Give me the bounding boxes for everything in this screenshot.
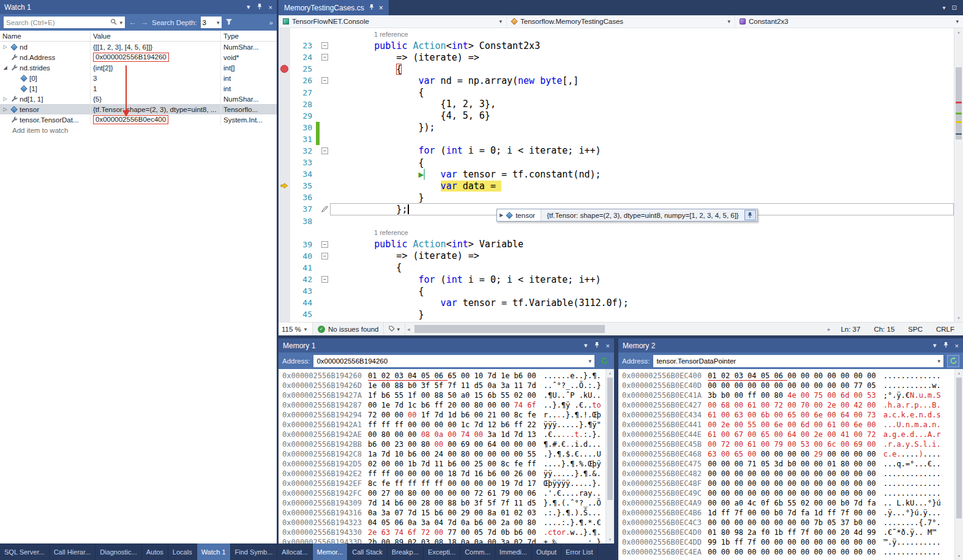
code-line[interactable]: 1 reference: [279, 28, 954, 40]
tool-tab-comm[interactable]: Comm...: [460, 543, 495, 560]
code-line[interactable]: 39−public Action<int> Variable: [279, 239, 954, 250]
class-dropdown[interactable]: Tensorflow.MemoryTestingCases ▾: [507, 15, 735, 28]
code-line[interactable]: 27{: [279, 86, 954, 98]
collapse-box[interactable]: −: [321, 276, 328, 283]
memory-row[interactable]: 0x000002556B0EC44E61 00 67 00 65 00 64 0…: [622, 430, 954, 439]
tab-memorytestingcases[interactable]: MemoryTestingCases.cs ×: [279, 0, 389, 15]
tool-tab-error-list[interactable]: Error List: [561, 543, 598, 560]
collapse-box[interactable]: −: [321, 42, 328, 49]
current-statement-arrow-icon[interactable]: [279, 180, 290, 192]
tool-tab-call-hierar[interactable]: Call Hierar...: [50, 543, 96, 560]
memory-row[interactable]: 0x000002556B1942AE00 80 00 00 08 0a 00 7…: [282, 430, 605, 439]
tool-tab-diagnostic[interactable]: Diagnostic...: [96, 543, 142, 560]
breakpoint-glyph[interactable]: [279, 63, 290, 75]
memory-row[interactable]: 0x000002556B19429472 00 00 00 1f 7d 1d b…: [282, 410, 605, 420]
scroll-right-icon[interactable]: ▸: [826, 326, 833, 332]
close-icon[interactable]: ×: [269, 4, 272, 11]
watch-value-cell[interactable]: {5}: [91, 94, 221, 104]
fold-collapse-icon[interactable]: −: [320, 241, 330, 248]
search-icon[interactable]: [110, 18, 117, 26]
tool-tab-watch-1[interactable]: Watch 1: [197, 543, 231, 560]
memory-row[interactable]: 0x000002556B0EC47500 00 00 71 05 3d b0 0…: [622, 459, 954, 469]
tool-tab-find-symb[interactable]: Find Symb...: [231, 543, 278, 560]
address-chevron-icon[interactable]: ▾: [588, 358, 591, 364]
collapse-box[interactable]: −: [321, 253, 328, 259]
watch-row[interactable]: nd.Address0x000002556B194260void*: [0, 52, 277, 62]
watch-value-cell[interactable]: 0x000002556B0ec400: [91, 114, 221, 125]
scroll-down-icon[interactable]: ▾: [955, 553, 963, 559]
memory-row[interactable]: 0x000002556B19433D2b 00 89 02 03 08 18 0…: [282, 537, 605, 543]
memory2-scrollbar[interactable]: ▴ ▾: [954, 369, 963, 560]
memory-row[interactable]: 0x000002556B1943160a 3a 07 7d 15 b6 00 2…: [282, 508, 605, 518]
datatip-expander-icon[interactable]: ▶: [500, 212, 503, 218]
tool-tab-output[interactable]: Output: [532, 543, 561, 560]
memory-row[interactable]: 0x000002556B0EC4D001 80 98 2a f0 1b ff 7…: [622, 528, 954, 537]
memory-row[interactable]: 0x000002556B0EC46863 00 65 00 00 00 00 0…: [622, 449, 954, 459]
memory-row[interactable]: 0x000002556B1943302e 63 74 6f 72 00 77 0…: [282, 528, 605, 537]
scrollbar-thumb[interactable]: [956, 67, 962, 140]
scrollbar-thumb[interactable]: [956, 378, 962, 518]
code-line[interactable]: 1 reference: [279, 227, 954, 239]
tool-tab-excepti[interactable]: Excepti...: [424, 543, 460, 560]
memory-row[interactable]: 0x000002556B0EC43461 00 63 00 6b 00 65 0…: [622, 410, 954, 420]
memory-row[interactable]: 0x000002556B0EC4A900 00 a0 4c 0f 6b 55 0…: [622, 498, 954, 508]
scroll-up-icon[interactable]: ▴: [954, 29, 963, 35]
code-line[interactable]: 43{: [279, 285, 954, 297]
address-chevron-icon[interactable]: ▾: [937, 358, 940, 364]
memory1-scrollbar[interactable]: ▴ ▾: [605, 369, 614, 543]
chevron-down-icon[interactable]: ▾: [584, 342, 588, 349]
filter-icon[interactable]: [225, 18, 233, 26]
pin-icon[interactable]: [594, 342, 600, 349]
memory-row[interactable]: 0x000002556B1942A1ff ff ff 00 00 00 00 1…: [282, 420, 605, 430]
watch-row[interactable]: ▷nd[1, 1]{5}NumShar...: [0, 94, 277, 104]
document-health[interactable]: ✓ No issues found: [313, 323, 384, 335]
memory-row[interactable]: 0x000002556B0EC40D00 00 00 00 00 00 00 0…: [622, 381, 954, 390]
fold-collapse-icon[interactable]: −: [320, 276, 330, 283]
tool-tab-immedi[interactable]: Immedi...: [495, 543, 532, 560]
code-line[interactable]: 35var data =: [279, 180, 954, 192]
code-line[interactable]: 44var tensor = tf.Variable(3112.0f);: [279, 297, 954, 308]
tool-tab-memor[interactable]: Memor...: [313, 543, 348, 560]
breakpoint-icon[interactable]: [280, 65, 288, 73]
code-line[interactable]: 24−=> (iterate) =>: [279, 51, 954, 63]
memory-row[interactable]: 0x000002556B1942EF8c fe ff ff ff ff 00 0…: [282, 479, 605, 488]
search-depth-select[interactable]: 3 ▾: [201, 17, 222, 28]
memory-row[interactable]: 0x000002556B0EC49C00 00 00 00 00 00 00 0…: [622, 488, 954, 498]
memory-row[interactable]: 0x000002556B19426D1e 00 88 b0 3f 5f 7f 1…: [282, 381, 605, 390]
watch-value-cell[interactable]: 1: [91, 83, 221, 94]
search-input[interactable]: Search (Ctrl+E) ▾: [4, 17, 125, 28]
code-line[interactable]: 36}: [279, 192, 954, 203]
refresh-icon[interactable]: [947, 355, 959, 367]
watch-row[interactable]: tensor.TensorDat...0x000002556B0ec400Sys…: [0, 114, 277, 125]
code-line[interactable]: 41{: [279, 262, 954, 274]
scroll-left-icon[interactable]: ◂: [405, 326, 412, 332]
fold-collapse-icon[interactable]: −: [320, 42, 330, 49]
tool-tab-call-stack[interactable]: Call Stack: [348, 543, 388, 560]
editor-vertical-scrollbar[interactable]: ▴ ▾: [954, 28, 963, 322]
watch-value-cell[interactable]: 3: [91, 73, 221, 83]
code-line[interactable]: 40−=> (iterate) =>: [279, 250, 954, 262]
datatip-variable[interactable]: ▶ tensor: [497, 209, 541, 221]
scroll-down-icon[interactable]: ▾: [954, 315, 963, 321]
debugger-datatip[interactable]: ▶ tensor {tf.Tensor: shape=(2, 3), dtype…: [496, 209, 758, 222]
tab-close-icon[interactable]: ×: [379, 4, 383, 12]
code-line[interactable]: 32−for (int i = 0; i < iterate; i++): [279, 145, 954, 157]
code-line[interactable]: 34▶▏ var tensor = tf.constant(nd);: [279, 168, 954, 180]
tool-tab-autos[interactable]: Autos: [142, 543, 168, 560]
watch-value-cell[interactable]: {[[1, 2, 3], [4, 5, 6]]}: [91, 42, 221, 52]
memory-row[interactable]: 0x000002556B19432304 05 06 0a 3a 04 7d 0…: [282, 518, 605, 528]
fold-collapse-icon[interactable]: −: [320, 253, 330, 259]
code-line[interactable]: 29{4, 5, 6}: [279, 110, 954, 122]
watch-row[interactable]: ▷tensor{tf.Tensor: shape=(2, 3), dtype=u…: [0, 104, 277, 114]
fold-collapse-icon[interactable]: −: [320, 77, 330, 84]
memory-row[interactable]: 0x000002556B0EC41A3b b0 00 ff 00 80 4e 0…: [622, 390, 954, 400]
tool-tab-sql-server[interactable]: SQL Server...: [0, 543, 50, 560]
memory-row[interactable]: 0x000002556B1942C81a 7d 10 b6 00 24 00 8…: [282, 449, 605, 459]
spaces-indicator[interactable]: SPC: [908, 326, 923, 333]
memory-row[interactable]: 0x000002556B19427A1f b6 55 1f 00 88 50 a…: [282, 390, 605, 400]
hscrollbar-thumb[interactable]: [414, 325, 605, 333]
collapse-box[interactable]: −: [321, 77, 328, 84]
memory-row[interactable]: 0x000002556B0EC48F00 00 00 00 00 00 00 0…: [622, 479, 954, 488]
forward-arrow-icon[interactable]: →: [140, 18, 148, 27]
collapse-box[interactable]: −: [321, 241, 328, 248]
